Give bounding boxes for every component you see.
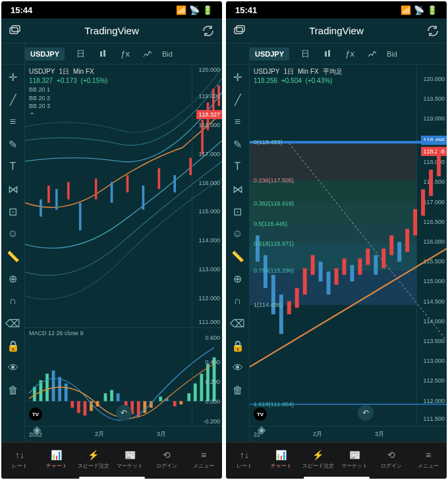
svg-rect-50 xyxy=(237,26,244,32)
brush-icon[interactable]: ✎ xyxy=(232,138,244,150)
crosshair-icon[interactable]: ✛ xyxy=(232,71,244,83)
undo-button[interactable]: ↶ xyxy=(116,405,132,421)
home-indicator[interactable] xyxy=(226,476,447,479)
symbol-pill[interactable]: USDJPY xyxy=(25,47,65,61)
app-title: TradingView xyxy=(309,25,364,36)
svg-rect-23 xyxy=(45,374,49,402)
nav-login[interactable]: ⟲ログイン xyxy=(148,442,185,476)
fx-icon[interactable]: ƒx xyxy=(345,49,355,59)
fx-icon[interactable]: ƒx xyxy=(120,49,130,59)
svg-rect-38 xyxy=(143,401,146,413)
status-right: 📶 📡 🔋 xyxy=(176,5,213,15)
chart-toolbar: USDJPY 日 ƒx Bid xyxy=(226,43,447,65)
battery-icon: 🔋 xyxy=(202,5,213,15)
main-chart[interactable]: USDJPY1日Min FX平均足 118.256 +0.504 (+0.43%… xyxy=(250,65,447,426)
battery-icon: 🔋 xyxy=(427,5,437,15)
layers-icon[interactable]: ◈ xyxy=(25,419,49,439)
home-indicator[interactable] xyxy=(1,476,222,479)
nav-rate[interactable]: ↑↓レート xyxy=(226,442,263,476)
windows-icon[interactable] xyxy=(233,24,247,38)
brush-icon[interactable]: ✎ xyxy=(7,138,19,150)
crosshair-icon[interactable]: ✛ xyxy=(7,71,19,83)
eye-icon[interactable]: 👁 xyxy=(7,362,19,374)
delete-icon[interactable]: 🗑 xyxy=(7,385,19,396)
fib-label: 0.236(117.505) xyxy=(254,177,294,184)
forecast-icon[interactable]: ⊡ xyxy=(7,205,19,217)
lock-icon[interactable]: 🔒 xyxy=(232,340,244,352)
interval-day-icon[interactable]: 日 xyxy=(75,49,86,59)
indicator-icon[interactable] xyxy=(142,49,153,59)
nav-speed-order[interactable]: ⚡スピード注文 xyxy=(300,442,337,476)
lines-icon[interactable]: ≡ xyxy=(232,116,244,128)
drawing-toolbar: ✛ ╱ ≡ ✎ T ⋈ ⊡ ☺ 📏 ⊕ ∩ ⌫ 🔒 👁 🗑 xyxy=(226,43,250,442)
magnet-icon[interactable]: ∩ xyxy=(7,295,19,307)
forecast-icon[interactable]: ⊡ xyxy=(232,205,244,217)
svg-rect-34 xyxy=(117,393,120,401)
svg-rect-32 xyxy=(104,393,107,401)
phone-left: 15:44 📶 📡 🔋 TradingView USDJPY 日 ƒx Bid … xyxy=(1,1,222,479)
fib-label: 0.786(115.296) xyxy=(254,267,294,274)
svg-rect-49 xyxy=(235,28,242,34)
svg-rect-33 xyxy=(110,390,113,401)
bottom-nav: ↑↓レート 📊チャート ⚡スピード注文 📰マーケット ⟲ログイン ≡メニュー xyxy=(1,442,222,476)
bottom-nav: ↑↓レート 📊チャート ⚡スピード注文 📰マーケット ⟲ログイン ≡メニュー xyxy=(226,442,447,476)
candle-icon[interactable] xyxy=(322,49,333,59)
magnet-icon[interactable]: ∩ xyxy=(232,295,244,307)
layers-icon[interactable]: ◈ xyxy=(250,419,273,439)
nav-market[interactable]: 📰マーケット xyxy=(336,442,373,476)
nav-menu[interactable]: ≡メニュー xyxy=(410,442,447,476)
bid-label[interactable]: Bid xyxy=(387,50,397,58)
text-icon[interactable]: T xyxy=(7,161,19,173)
pattern-icon[interactable]: ⋈ xyxy=(7,183,19,195)
eye-icon[interactable]: 👁 xyxy=(232,362,244,374)
zoom-icon[interactable]: ⊕ xyxy=(7,273,19,284)
indicator-icon[interactable] xyxy=(367,49,378,59)
emoji-icon[interactable]: ☺ xyxy=(7,228,19,240)
nav-speed-order[interactable]: ⚡スピード注文 xyxy=(75,442,112,476)
trendline-icon[interactable]: ╱ xyxy=(232,93,244,105)
nav-chart[interactable]: 📊チャート xyxy=(38,442,75,476)
candle-icon[interactable] xyxy=(98,49,108,59)
pattern-icon[interactable]: ⋈ xyxy=(232,183,244,195)
bid-label[interactable]: Bid xyxy=(162,50,173,58)
delete-icon[interactable]: 🗑 xyxy=(232,385,244,396)
eraser-icon[interactable]: ⌫ xyxy=(7,317,19,329)
svg-rect-42 xyxy=(173,401,177,406)
nav-login[interactable]: ⟲ログイン xyxy=(373,442,410,476)
macd-axis[interactable]: 0.600 0.400 0.200 0.000 -0.200 xyxy=(192,328,222,426)
nav-market[interactable]: 📰マーケット xyxy=(111,442,148,476)
chart-toolbar: USDJPY 日 ƒx Bid xyxy=(1,43,222,65)
time-axis[interactable]: 222月3月 xyxy=(250,426,447,442)
price-axis[interactable]: 120.000 119.000 118.327 118.000 117.000 … xyxy=(192,65,222,327)
tradingview-badge[interactable]: TV xyxy=(29,408,42,421)
svg-rect-43 xyxy=(179,401,182,404)
macd-chart[interactable]: MACD 12 26 close 9 xyxy=(25,327,222,426)
trendline-icon[interactable]: ╱ xyxy=(7,93,19,105)
interval-day-icon[interactable]: 日 xyxy=(300,49,310,59)
svg-rect-2 xyxy=(100,51,102,57)
ruler-icon[interactable]: 📏 xyxy=(232,250,244,262)
fib-label: 0(118.453) xyxy=(254,139,283,146)
nav-chart[interactable]: 📊チャート xyxy=(263,442,300,476)
text-icon[interactable]: T xyxy=(232,161,244,173)
svg-rect-24 xyxy=(52,371,55,402)
lines-icon[interactable]: ≡ xyxy=(7,116,19,128)
svg-rect-26 xyxy=(65,383,68,401)
svg-rect-51 xyxy=(325,51,327,57)
symbol-pill[interactable]: USDJPY xyxy=(250,47,289,61)
status-time: 15:41 xyxy=(235,5,257,15)
nav-rate[interactable]: ↑↓レート xyxy=(1,442,38,476)
app-header: TradingView xyxy=(1,18,222,43)
lock-icon[interactable]: 🔒 xyxy=(7,340,19,352)
windows-icon[interactable] xyxy=(8,24,22,38)
main-chart[interactable]: USDJPY1日Min FX 118.327 +0.173 (+0.15%) B… xyxy=(25,65,222,327)
time-axis[interactable]: 20222月3月 xyxy=(25,426,222,442)
ruler-icon[interactable]: 📏 xyxy=(7,250,19,262)
emoji-icon[interactable]: ☺ xyxy=(232,228,244,240)
refresh-icon[interactable] xyxy=(201,24,215,38)
zoom-icon[interactable]: ⊕ xyxy=(232,273,244,284)
nav-menu[interactable]: ≡メニュー xyxy=(185,442,222,476)
eraser-icon[interactable]: ⌫ xyxy=(232,317,244,329)
refresh-icon[interactable] xyxy=(426,24,440,38)
fib-label: 0.382(116.919) xyxy=(254,200,294,207)
